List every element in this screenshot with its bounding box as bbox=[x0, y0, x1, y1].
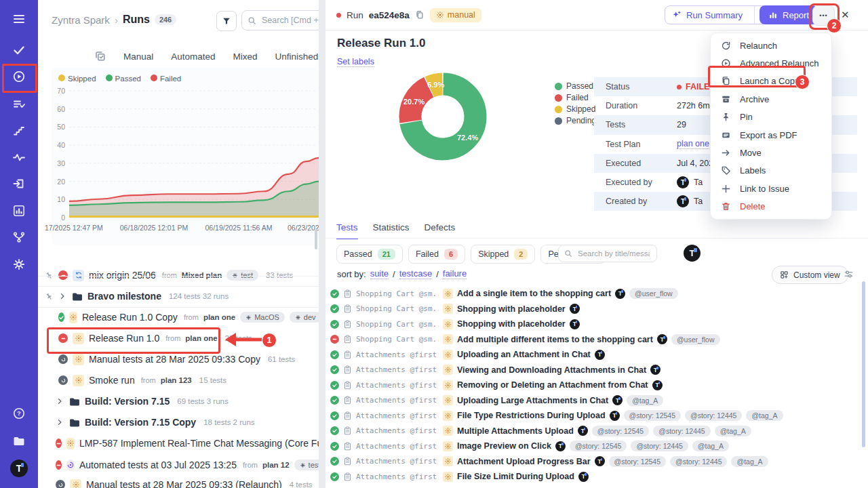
passed-status-icon bbox=[330, 289, 339, 298]
test-list-item[interactable]: Attachments @first Multiple Attachments … bbox=[330, 424, 859, 439]
run-plan-link[interactable]: plan one bbox=[203, 313, 235, 321]
report-button[interactable]: Report bbox=[760, 5, 818, 24]
pin-icon bbox=[45, 290, 56, 302]
user-avatar[interactable]: T bbox=[10, 460, 28, 477]
filter-chip-passed[interactable]: Passed21 bbox=[336, 245, 403, 264]
run-list-item[interactable]: Release Run 1.0 Copyfromplan oneMacOSdev… bbox=[58, 307, 319, 327]
menu-item-move[interactable]: Move bbox=[711, 144, 831, 161]
run-list-item[interactable]: LMP-587 Implement Real-Time Chat Messagi… bbox=[56, 433, 319, 453]
custom-view-button[interactable]: Custom view bbox=[772, 266, 848, 284]
right-scrollbar-thumb[interactable] bbox=[862, 281, 865, 447]
clipboard-icon bbox=[343, 457, 352, 466]
tab-tests[interactable]: Tests bbox=[336, 222, 358, 239]
menu-item-delete[interactable]: Delete bbox=[711, 198, 831, 216]
help-icon[interactable]: ? bbox=[12, 407, 26, 420]
select-all-icon[interactable] bbox=[95, 51, 106, 62]
annotation-step-2: 2 bbox=[827, 18, 842, 33]
test-list-item[interactable]: Shopping Cart @sm... Shopping with place… bbox=[330, 302, 859, 317]
menu-item-advanced-relaunch[interactable]: Advanced Relaunch bbox=[711, 54, 831, 72]
test-list-item[interactable]: Attachments @first Image Preview on Clic… bbox=[330, 439, 859, 454]
menu-item-relaunch[interactable]: Relaunch bbox=[711, 37, 831, 54]
manual-test-icon bbox=[443, 380, 453, 390]
run-list-item[interactable]: Bravo milestone124 tests 32 runs bbox=[45, 286, 229, 306]
run-list-item[interactable]: Manual tests at 28 Mar 2025 09:33 Copy61… bbox=[58, 349, 295, 369]
menu-item-pin[interactable]: Pin bbox=[711, 108, 831, 126]
tests-search-input[interactable] bbox=[576, 249, 651, 258]
test-list-item[interactable]: Attachments @first File Size Limit Durin… bbox=[330, 469, 859, 485]
list-check-icon[interactable] bbox=[12, 98, 26, 111]
filter-chip-skipped[interactable]: Skipped2 bbox=[471, 245, 535, 264]
run-meta: 18 tests 2 runs bbox=[203, 418, 254, 426]
test-plan-link[interactable]: plan one bbox=[677, 139, 709, 149]
test-suite: Shopping Cart @sm... bbox=[356, 335, 439, 344]
gear-icon[interactable] bbox=[12, 258, 26, 271]
menu-item-launch-a-copy[interactable]: Launch a Copy bbox=[711, 73, 831, 90]
runs-tab-automated[interactable]: Automated bbox=[171, 52, 215, 62]
filter-button[interactable] bbox=[216, 11, 237, 31]
detail-label: Created by bbox=[594, 197, 677, 206]
user-filter-avatar[interactable]: T bbox=[684, 245, 701, 262]
run-list-item[interactable]: Smoke runfromplan 12315 tests bbox=[58, 370, 226, 390]
runs-tab-unfinished[interactable]: Unfinished bbox=[275, 52, 319, 62]
chevron-right-icon[interactable] bbox=[56, 397, 64, 405]
test-tag: @user_flow bbox=[629, 288, 678, 299]
run-list-item[interactable]: Automated tests at 03 Jul 2025 13:25from… bbox=[56, 455, 319, 475]
set-labels-link[interactable]: Set labels bbox=[337, 57, 374, 67]
menu-item-archive[interactable]: Archive bbox=[711, 90, 831, 108]
test-list-item[interactable]: Shopping Cart @sm... Add multiple differ… bbox=[330, 332, 859, 348]
test-list-item[interactable]: Shopping Cart @sm... Add a single item t… bbox=[330, 286, 859, 302]
run-tag: test bbox=[294, 460, 319, 470]
test-list-item[interactable]: Attachments @first Uploading an Attachme… bbox=[330, 347, 859, 363]
tab-statistics[interactable]: Statistics bbox=[373, 222, 410, 239]
runs-tab-mixed[interactable]: Mixed bbox=[233, 52, 258, 62]
chevron-right-icon[interactable] bbox=[56, 418, 64, 426]
run-plan-link[interactable]: plan 123 bbox=[161, 376, 192, 384]
check-icon[interactable] bbox=[12, 43, 26, 57]
menu-item-export-as-pdf[interactable]: Export as PDF bbox=[711, 126, 831, 144]
test-list-item[interactable]: Attachments @first Removing or Deleting … bbox=[330, 378, 859, 393]
assignee-avatar: T bbox=[657, 334, 667, 344]
run-detail-close-button[interactable]: ✕ bbox=[841, 9, 850, 21]
manual-test-icon bbox=[443, 411, 453, 421]
sort-by-suite[interactable]: suite bbox=[370, 268, 389, 279]
folder-icon[interactable] bbox=[12, 434, 26, 448]
test-list-item[interactable]: Attachments @first Viewing and Downloadi… bbox=[330, 363, 859, 378]
filter-chip-failed[interactable]: Failed6 bbox=[408, 245, 465, 264]
sign-in-icon[interactable] bbox=[12, 177, 26, 190]
breadcrumb-project[interactable]: Zyntra Spark bbox=[52, 14, 110, 26]
manual-run-icon bbox=[73, 375, 84, 386]
test-list-item[interactable]: Attachments @first File Type Restriction… bbox=[330, 408, 859, 424]
run-list-item[interactable]: Manual tests at 28 Mar 2025 09:33 (Relau… bbox=[56, 474, 313, 488]
left-scrollbar-thumb[interactable] bbox=[315, 229, 317, 249]
runs-tab-manual[interactable]: Manual bbox=[123, 52, 153, 62]
branch-icon[interactable] bbox=[12, 230, 26, 244]
menu-item-link-to-issue[interactable]: Link to Issue bbox=[711, 180, 831, 197]
runs-search-input[interactable] bbox=[260, 15, 319, 26]
menu-icon[interactable] bbox=[12, 12, 26, 26]
activity-icon[interactable] bbox=[12, 150, 26, 164]
sort-by-testcase[interactable]: testcase bbox=[399, 268, 432, 279]
test-suite: Attachments @first bbox=[356, 472, 439, 481]
copy-run-id-icon[interactable] bbox=[415, 10, 425, 20]
sort-by-failure[interactable]: failure bbox=[443, 268, 467, 279]
bar-chart-icon[interactable] bbox=[12, 204, 26, 218]
run-row-title: Automated tests at 03 Jul 2025 13:25 bbox=[79, 460, 237, 470]
menu-item-labels[interactable]: Labels bbox=[711, 162, 831, 180]
run-plan-link[interactable]: plan 12 bbox=[262, 461, 290, 469]
view-settings-sliders-icon[interactable] bbox=[844, 269, 854, 279]
test-list-item[interactable]: Shopping Cart @sm... Shopping with place… bbox=[330, 317, 859, 332]
play-circle-icon[interactable] bbox=[12, 70, 26, 83]
breadcrumb: Zyntra Spark › Runs 246 bbox=[52, 14, 176, 26]
breadcrumb-section[interactable]: Runs bbox=[123, 14, 150, 26]
test-list-item[interactable]: Attachments @first Uploading Large Attac… bbox=[330, 393, 859, 409]
detail-label: Executed by bbox=[594, 178, 677, 187]
run-list-item[interactable]: Build: Version 7.1569 tests 3 runs bbox=[56, 391, 229, 411]
steps-icon[interactable] bbox=[12, 124, 26, 138]
test-list-item[interactable]: Attachments @first Attachment Upload Pro… bbox=[330, 454, 859, 470]
tab-defects[interactable]: Defects bbox=[425, 222, 456, 239]
labels-icon bbox=[721, 165, 731, 176]
run-list-item[interactable]: Build: Version 7.15 Copy18 tests 2 runs bbox=[56, 412, 255, 432]
run-plan-link[interactable]: plan one bbox=[185, 334, 217, 342]
menu-item-label: Export as PDF bbox=[740, 130, 797, 140]
chevron-right-icon[interactable] bbox=[58, 292, 66, 300]
